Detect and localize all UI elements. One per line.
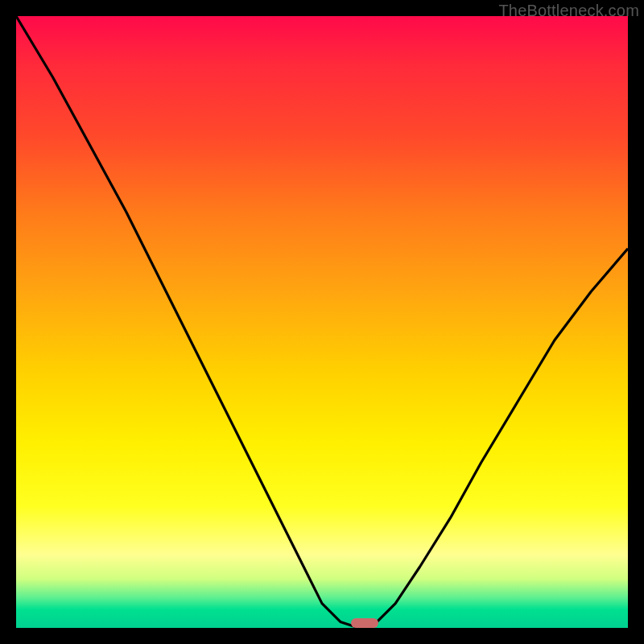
bottleneck-curve bbox=[16, 16, 628, 628]
curve-path bbox=[16, 16, 628, 628]
bottleneck-chart: TheBottleneck.com bbox=[0, 0, 644, 644]
watermark-text: TheBottleneck.com bbox=[498, 2, 639, 20]
optimal-marker bbox=[351, 618, 378, 628]
plot-background-gradient bbox=[16, 16, 628, 628]
